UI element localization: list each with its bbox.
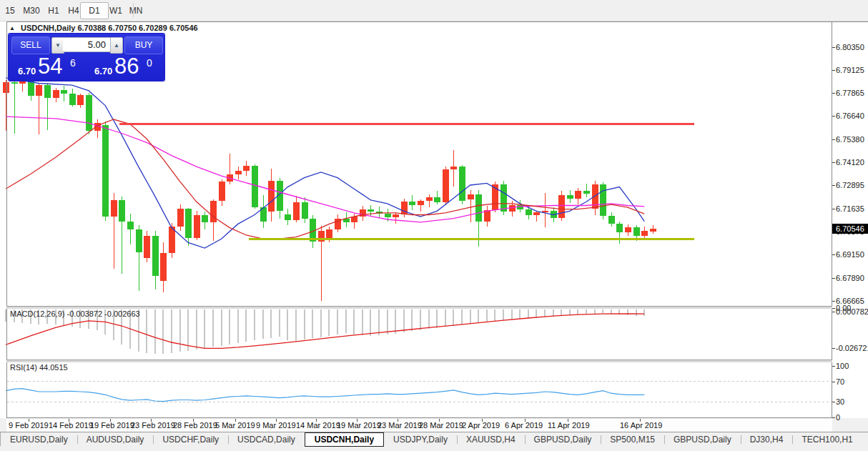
sell-price-pips: 54	[38, 54, 62, 79]
price-label: 6.75380	[836, 135, 864, 144]
date-label: 9 Feb 2019	[9, 421, 49, 430]
chart-title: ▲ USDCNH,Daily 6.70388 6.70750 6.70289 6…	[9, 24, 198, 32]
chart-tab-sp500-8[interactable]: SP500,M15	[601, 432, 664, 446]
price-label: 6.69150	[836, 250, 864, 259]
current-price-badge: 6.70546	[832, 224, 868, 234]
date-label: 6 Apr 2019	[505, 421, 543, 430]
axis-tick	[832, 366, 835, 367]
rsi-axis-label: 70	[836, 377, 844, 386]
axis-tick	[568, 419, 568, 422]
axis-tick	[316, 419, 317, 422]
chart-tab-gbpusd-7[interactable]: GBPUSD,Daily	[525, 432, 601, 446]
chart-tab-gbpusd-9[interactable]: GBPUSD,Daily	[664, 432, 741, 446]
axis-tick	[832, 116, 835, 117]
price-label: 6.71635	[836, 204, 864, 213]
price-label: 6.72895	[836, 181, 864, 189]
axis-tick	[832, 308, 835, 309]
axis-tick	[29, 419, 29, 422]
price-label: 6.79125	[836, 66, 864, 74]
date-label: 5 Mar 2019	[215, 421, 255, 430]
axis-tick	[832, 278, 835, 279]
date-label: 11 Apr 2019	[548, 421, 590, 430]
chart-tab-tech100-11[interactable]: TECH100,H1	[792, 432, 862, 446]
chart-tab-eurusd-0[interactable]: EURUSD,Daily	[1, 432, 77, 446]
buy-price-pips: 86	[114, 54, 139, 79]
chart-tab-usdjpy-5[interactable]: USDJPY,Daily	[384, 432, 457, 446]
chart-title-text: USDCNH,Daily 6.70388 6.70750 6.70289 6.7…	[21, 24, 198, 32]
axis-tick	[832, 301, 835, 302]
chart-tab-audusd-1[interactable]: AUDUSD,Daily	[77, 432, 154, 446]
chart-left-border	[6, 21, 7, 418]
axis-tick	[110, 419, 111, 422]
price-label: 6.67890	[836, 274, 864, 282]
rsi-indicator-label: RSI(14) 44.0515	[10, 363, 68, 372]
axis-tick	[235, 419, 236, 422]
axis-tick	[832, 162, 835, 163]
axis-tick	[832, 402, 835, 402]
price-label: 6.77865	[836, 89, 864, 97]
chart-tab-dj30-10[interactable]: DJ30,H4	[741, 432, 793, 446]
timeframe-button-mn[interactable]: MN	[122, 2, 150, 19]
axis-tick	[398, 419, 398, 422]
date-label: 14 Mar 2019	[296, 421, 340, 430]
volume-increase-button[interactable]: ▲	[110, 37, 123, 54]
chart-top-border	[6, 21, 868, 22]
spinner-down-icon: ▼	[55, 42, 61, 49]
trading-terminal: 15M30H1H4D1W1MN ▲ USDCNH,Daily 6.70388 6…	[0, 0, 868, 451]
buy-price-base: 6.70	[94, 66, 112, 76]
axis-tick	[151, 419, 152, 422]
axis-tick	[276, 419, 277, 422]
price-label: 6.80350	[836, 43, 864, 51]
one-click-trading-panel: SELL ▼ ▲ BUY 6.70 54 6 6.70 86 0	[9, 34, 164, 81]
axis-tick	[832, 417, 835, 418]
date-axis[interactable]: 9 Feb 201914 Feb 201919 Feb 201923 Feb 2…	[6, 419, 832, 432]
chart-tab-usdcad-3[interactable]: USDCAD,Daily	[228, 432, 305, 446]
rsi-axis-label: 0	[836, 413, 840, 422]
chart-tab-usdcnh-4[interactable]: USDCNH,Daily	[305, 432, 384, 447]
collapse-triangle-icon[interactable]: ▲	[9, 25, 15, 31]
sell-price-quote[interactable]: 6.70 54 6	[11, 56, 85, 79]
macd-axis-label: -0.026721	[836, 344, 868, 352]
date-label: 9 Mar 2019	[256, 421, 296, 430]
buy-price-quote[interactable]: 6.70 86 0	[88, 56, 162, 79]
tabs-container: EURUSD,DailyAUDUSD,DailyUSDCHF,DailyUSDC…	[1, 432, 862, 447]
buy-button[interactable]: BUY	[124, 36, 163, 54]
date-label: 2 Apr 2019	[462, 421, 500, 430]
axis-tick	[832, 185, 835, 186]
axis-tick	[525, 419, 526, 422]
axis-tick	[832, 209, 835, 209]
axis-tick	[193, 419, 194, 422]
axis-tick	[832, 254, 835, 255]
axis-tick	[832, 382, 835, 382]
sell-price-point: 6	[70, 57, 76, 69]
toolbar-separator	[133, 3, 134, 17]
price-axis[interactable]: 6.803506.791256.778656.766406.753806.741…	[832, 22, 868, 418]
axis-tick	[439, 419, 440, 422]
macd-indicator-label: MACD(12,26,9) -0.003872 -0.002663	[10, 309, 140, 318]
axis-tick	[832, 139, 835, 140]
chart-tab-bar: EURUSD,DailyAUDUSD,DailyUSDCHF,DailyUSDC…	[0, 432, 868, 451]
volume-input[interactable]	[63, 37, 110, 52]
axis-tick	[832, 93, 835, 94]
date-label: 14 Feb 2019	[49, 421, 93, 430]
date-label: 19 Feb 2019	[90, 421, 134, 430]
macd-splitter[interactable]	[6, 306, 832, 309]
axis-tick	[832, 312, 835, 312]
macd-axis-label: 0.000782	[836, 307, 868, 316]
date-label: 23 Mar 2019	[378, 421, 422, 430]
sell-button[interactable]: SELL	[11, 36, 50, 54]
date-label: 23 Feb 2019	[131, 421, 175, 430]
chart-tab-xauusd-6[interactable]: XAUUSD,H4	[457, 432, 525, 446]
buy-price-point: 0	[147, 57, 152, 69]
chart-tab-usdchf-2[interactable]: USDCHF,Daily	[153, 432, 228, 446]
axis-tick	[640, 419, 641, 422]
rsi-splitter[interactable]	[6, 360, 832, 362]
axis-tick	[832, 348, 835, 349]
date-label: 28 Feb 2019	[173, 421, 217, 430]
date-label: 19 Mar 2019	[337, 421, 381, 430]
timeframe-toolbar: 15M30H1H4D1W1MN	[0, 0, 868, 21]
rsi-axis-label: 30	[836, 397, 844, 406]
axis-tick	[832, 47, 835, 48]
spinner-up-icon: ▲	[114, 42, 119, 49]
axis-tick	[357, 419, 357, 422]
